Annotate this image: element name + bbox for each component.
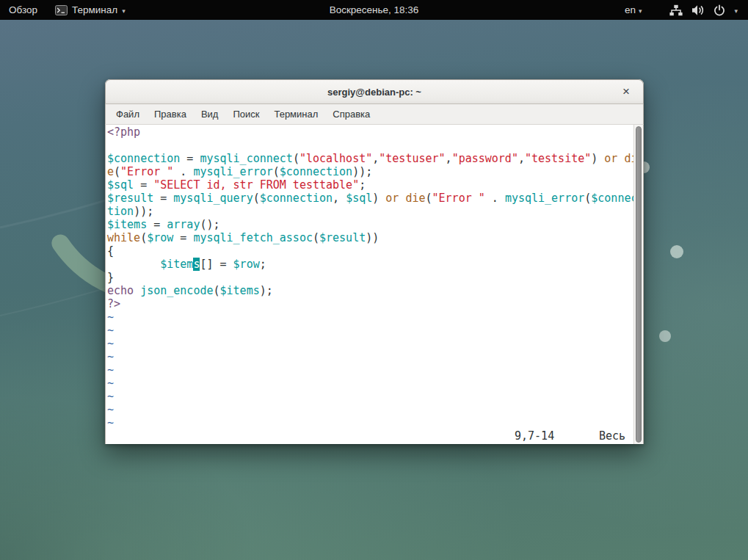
keyboard-layout-button[interactable]: en ▾ — [617, 0, 650, 20]
code-line: ~ — [107, 403, 638, 416]
code-line: ?> — [107, 297, 638, 310]
code-segment: ; — [260, 258, 266, 271]
code-segment: ); — [260, 284, 273, 297]
app-menu-button[interactable]: Терминал ▾ — [46, 0, 134, 20]
code-segment: ( — [313, 231, 319, 244]
wallpaper-dot — [659, 330, 671, 342]
activities-button[interactable]: Обзор — [0, 0, 46, 20]
code-segment: ) — [591, 152, 604, 165]
code-segment: $sql — [346, 192, 372, 205]
code-segment: $sql — [107, 178, 134, 192]
code-segment: "Error " — [120, 165, 173, 178]
code-segment: while — [107, 231, 140, 244]
menu-search[interactable]: Поиск — [225, 106, 266, 123]
code-segment: json_encode — [140, 284, 213, 297]
code-line: $connection = mysqli_connect("localhost"… — [107, 152, 638, 165]
code-segment: mysqli_error — [193, 165, 272, 178]
code-segment: ( — [253, 192, 260, 205]
code-segment: ~ — [107, 350, 114, 363]
menu-edit[interactable]: Правка — [147, 106, 194, 123]
code-segment: "localhost" — [299, 152, 372, 165]
code-line: ~ — [107, 337, 638, 350]
menu-bar: Файл Правка Вид Поиск Терминал Справка — [105, 104, 644, 125]
code-segment: ~ — [107, 337, 114, 350]
code-segment: $row — [147, 231, 173, 244]
code-segment: $items — [107, 218, 147, 231]
code-line: ~ — [107, 363, 638, 377]
code-segment: . — [173, 165, 193, 178]
code-segment: ( — [140, 231, 147, 244]
code-segment: mysqli_query — [173, 192, 253, 205]
code-segment: ~ — [107, 324, 114, 337]
code-segment: [] = — [200, 258, 233, 271]
power-icon — [713, 4, 725, 16]
code-line: tion)); — [107, 205, 638, 218]
menu-help[interactable]: Справка — [325, 106, 377, 123]
code-segment: or — [604, 152, 617, 165]
menu-view[interactable]: Вид — [194, 106, 226, 123]
code-line — [107, 139, 638, 152]
code-line: $result = mysqli_query($connection, $sql… — [107, 192, 638, 205]
code-segment: ~ — [107, 403, 114, 416]
menu-terminal[interactable]: Терминал — [266, 106, 325, 123]
code-segment: "password" — [452, 152, 518, 165]
chevron-down-icon: ▾ — [734, 7, 738, 15]
code-segment: ( — [584, 192, 591, 205]
code-segment: ( — [293, 152, 299, 165]
code-segment: ?> — [107, 297, 120, 310]
vim-file-position: Весь — [599, 429, 625, 443]
code-segment: mysqli_error — [505, 192, 584, 205]
code-segment: )) — [366, 231, 379, 244]
code-segment: or die — [385, 192, 425, 205]
system-status-area[interactable]: ▾ — [649, 0, 748, 20]
app-menu-label: Терминал — [72, 4, 117, 15]
code-segment: "Error " — [432, 192, 485, 205]
code-segment: , — [446, 152, 452, 165]
top-bar: Обзор Терминал ▾ Воскресенье, 18:36 en ▾ — [0, 0, 748, 20]
window-title: sergiy@debian-pc: ~ — [327, 87, 421, 98]
code-segment: ~ — [107, 310, 114, 324]
code-segment: = — [134, 178, 153, 192]
code-segment: } — [107, 271, 114, 284]
code-line: e("Error " . mysqli_error($connection)); — [107, 165, 638, 178]
window-titlebar[interactable]: sergiy@debian-pc: ~ × — [105, 79, 644, 104]
activities-label: Обзор — [9, 4, 37, 15]
close-icon[interactable]: × — [617, 80, 636, 103]
terminal-viewport[interactable]: <?php$connection = mysqli_connect("local… — [105, 125, 644, 444]
chevron-down-icon: ▾ — [639, 7, 642, 15]
code-line: ~ — [107, 416, 638, 429]
code-line: <?php — [107, 126, 638, 139]
code-segment: $result — [319, 231, 366, 244]
code-line: $sql = "SELECT id, str FROM testtable"; — [107, 178, 638, 192]
code-line: { — [107, 244, 638, 258]
code-segment: ( — [114, 165, 120, 178]
menu-file[interactable]: Файл — [109, 106, 147, 123]
code-segment: "testuser" — [379, 152, 445, 165]
code-segment: , — [333, 192, 346, 205]
code-area: <?php$connection = mysqli_connect("local… — [107, 126, 638, 429]
code-segment: ( — [273, 165, 280, 178]
code-segment: $connec — [591, 192, 637, 205]
code-line: ~ — [107, 310, 638, 324]
code-segment: , — [518, 152, 525, 165]
volume-icon — [691, 4, 705, 16]
code-segment — [134, 284, 140, 297]
code-line: ~ — [107, 390, 638, 403]
code-line: echo json_encode($items); — [107, 284, 638, 297]
wallpaper-dot — [670, 245, 683, 258]
code-segment: ( — [214, 284, 220, 297]
code-segment: $connection — [280, 165, 352, 178]
scrollbar-track[interactable] — [633, 125, 643, 444]
vim-status-row: 9,7-14 Весь — [107, 429, 644, 443]
chevron-down-icon: ▾ — [122, 7, 126, 15]
code-segment: $items — [220, 284, 260, 297]
code-segment: tion — [107, 205, 134, 218]
scrollbar-thumb[interactable] — [636, 126, 642, 443]
code-line: $items = array(); — [107, 218, 638, 231]
network-icon — [669, 4, 683, 16]
code-segment: "testsite" — [525, 152, 591, 165]
code-segment: ~ — [107, 363, 114, 377]
code-segment: . — [485, 192, 505, 205]
code-segment: ~ — [107, 416, 114, 429]
code-line: ~ — [107, 377, 638, 390]
